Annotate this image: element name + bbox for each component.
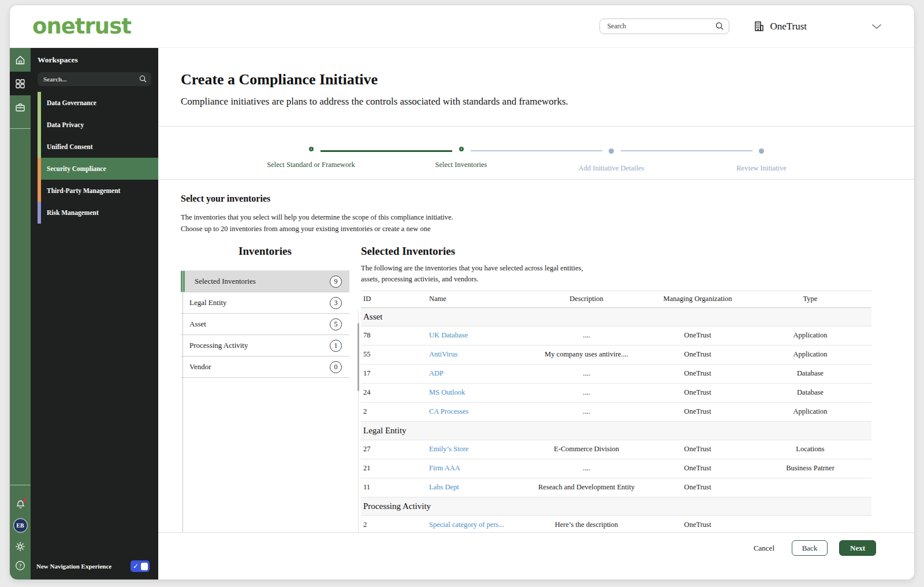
rail-bottom: EB ? bbox=[10, 485, 31, 580]
column-header-type: Type bbox=[770, 295, 871, 303]
search-icon bbox=[139, 75, 147, 83]
rail-divider bbox=[10, 485, 31, 485]
search-icon bbox=[715, 21, 724, 31]
workspaces-search-input[interactable] bbox=[38, 72, 151, 86]
workspace-item-data-governance[interactable]: Data Governance bbox=[41, 92, 158, 114]
table-group-label: Processing Activity bbox=[363, 501, 431, 511]
count-badge: 1 bbox=[330, 340, 342, 352]
onetrust-logo[interactable]: onetrust bbox=[32, 16, 131, 37]
list-scrollbar-track[interactable] bbox=[182, 271, 183, 532]
cell-id: 2 bbox=[361, 407, 429, 416]
new-navigation-label: New Navigation Experience bbox=[36, 563, 111, 570]
workspace-color-strip bbox=[38, 114, 41, 136]
page-subtitle: Compliance initiatives are plans to addr… bbox=[181, 96, 914, 107]
count-badge: 5 bbox=[330, 318, 342, 330]
stepper: Select Standard or Framework Select Inve… bbox=[158, 127, 914, 180]
content-area: Select your inventories The inventories … bbox=[158, 180, 914, 532]
stepper-step-label: Review Initiative bbox=[736, 164, 786, 173]
next-button[interactable]: Next bbox=[839, 540, 876, 556]
toggle-knob bbox=[141, 563, 148, 570]
inventory-category-vendor[interactable]: Vendor 0 bbox=[181, 356, 349, 378]
cell-name-link[interactable]: AntiVirus bbox=[429, 350, 536, 359]
apps-button[interactable] bbox=[10, 72, 31, 95]
briefcase-button[interactable] bbox=[10, 95, 31, 119]
global-search-input[interactable] bbox=[599, 18, 729, 34]
back-button[interactable]: Back bbox=[792, 540, 828, 556]
main-content: Create a Compliance Initiative Complianc… bbox=[158, 48, 914, 580]
workspaces-panel: Workspaces Data Governance Data Privacy … bbox=[31, 48, 158, 580]
cell-description: .... bbox=[536, 407, 637, 416]
inventory-category-processing-activity[interactable]: Processing Activity 1 bbox=[181, 335, 349, 356]
cell-name-link[interactable]: Labs Dept bbox=[429, 483, 536, 492]
workspace-item-label: Unified Consent bbox=[41, 143, 93, 150]
chevron-down-icon[interactable] bbox=[871, 24, 882, 29]
table-group-header-legal-entity: Legal Entity bbox=[361, 422, 871, 440]
workspace-item-label: Data Privacy bbox=[41, 121, 84, 128]
global-search bbox=[599, 18, 729, 34]
selected-inventories-table: ID Name Description Managing Organizatio… bbox=[361, 291, 871, 532]
stepper-connector bbox=[621, 150, 752, 151]
section-description: The inventories that you select will hel… bbox=[181, 211, 871, 235]
stepper-step-label: Select Standard or Framework bbox=[267, 161, 355, 169]
top-bar: onetrust OneTrust bbox=[10, 5, 914, 48]
inventory-category-selected-inventories[interactable]: Selected Inventories 9 bbox=[181, 271, 349, 292]
cell-description: My company uses antivire.... bbox=[536, 350, 637, 359]
table-row: 11 Labs Dept Reseach and Development Ent… bbox=[361, 478, 871, 497]
workspace-color-strip bbox=[38, 180, 41, 202]
tenant-selector[interactable]: OneTrust bbox=[754, 21, 807, 32]
column-header-managing-organization: Managing Organization bbox=[637, 295, 770, 303]
icon-rail: EB ? bbox=[10, 48, 31, 580]
count-badge: 3 bbox=[330, 297, 342, 309]
home-button[interactable] bbox=[10, 48, 31, 72]
table-group-header-processing-activity: Processing Activity bbox=[361, 497, 871, 516]
workspace-color-strip bbox=[38, 92, 41, 114]
avatar[interactable]: EB bbox=[13, 518, 28, 533]
cell-managing-organization: OneTrust bbox=[637, 464, 770, 473]
cell-name-link[interactable]: Emily’s Store bbox=[429, 445, 536, 454]
table-scrollbar-thumb[interactable] bbox=[357, 323, 359, 391]
table-row: 2 Special category of pers... Here’s the… bbox=[361, 516, 871, 532]
count-badge: 9 bbox=[330, 276, 342, 288]
table-header-row: ID Name Description Managing Organizatio… bbox=[361, 291, 871, 308]
workspace-item-label: Third-Party Management bbox=[41, 187, 120, 194]
table-row: 24 MS Outlook .... OneTrust Database bbox=[361, 384, 871, 403]
cell-name-link[interactable]: MS Outlook bbox=[429, 388, 536, 397]
stepper-dot bbox=[309, 147, 314, 151]
cell-managing-organization: OneTrust bbox=[637, 445, 770, 454]
cell-type: Database bbox=[770, 388, 871, 397]
stepper-step-add-initiative-detailes[interactable]: Add Initiative Detailes bbox=[536, 147, 687, 179]
cell-type: Business Patrner bbox=[770, 464, 871, 473]
help-button[interactable]: ? bbox=[15, 560, 25, 571]
inventory-category-asset[interactable]: Asset 5 bbox=[181, 314, 349, 335]
table-row: 21 Firm AAA .... OneTrust Business Patrn… bbox=[361, 459, 871, 478]
selected-inventories-panel: Selected Inventories The following are t… bbox=[361, 245, 871, 532]
notifications-button[interactable] bbox=[16, 500, 25, 510]
workspace-item-data-privacy[interactable]: Data Privacy bbox=[41, 114, 158, 136]
workspace-item-third-party-management[interactable]: Third-Party Management bbox=[41, 180, 158, 202]
cell-name-link[interactable]: Special category of pers... bbox=[429, 521, 536, 529]
cancel-button[interactable]: Cancel bbox=[754, 540, 774, 556]
settings-button[interactable] bbox=[15, 541, 25, 552]
stepper-step-review-initiative[interactable]: Review Initiative bbox=[687, 147, 837, 179]
cell-name-link[interactable]: Firm AAA bbox=[429, 464, 536, 473]
stepper-connector bbox=[321, 150, 452, 152]
cell-name-link[interactable]: CA Processes bbox=[429, 407, 536, 416]
cell-name-link[interactable]: UK Database bbox=[429, 331, 536, 340]
workspace-item-security-compliance[interactable]: Security Compliance bbox=[41, 158, 158, 180]
workspace-item-unified-consent[interactable]: Unified Consent bbox=[41, 136, 158, 158]
cell-managing-organization: OneTrust bbox=[637, 521, 770, 529]
workspaces-title: Workspaces bbox=[31, 48, 158, 65]
count-badge: 0 bbox=[330, 361, 342, 373]
inventory-category-legal-entity[interactable]: Legal Entity 3 bbox=[181, 292, 349, 314]
new-nav-toggle[interactable]: ✓ bbox=[131, 560, 150, 572]
cell-managing-organization: OneTrust bbox=[637, 350, 770, 359]
table-row: 17 ADP .... OneTrust Database bbox=[361, 365, 871, 384]
inventory-category-label: Selected Inventories bbox=[195, 277, 256, 286]
cell-description: E-Commerce Division bbox=[536, 445, 637, 454]
cell-name-link[interactable]: ADP bbox=[429, 369, 536, 378]
stepper-step-select-inventories[interactable]: Select Inventories bbox=[386, 147, 536, 179]
table-group-label: Legal Entity bbox=[363, 426, 407, 436]
workspace-item-label: Data Governance bbox=[41, 99, 96, 106]
building-icon bbox=[754, 21, 765, 32]
workspace-item-risk-management[interactable]: Risk Management bbox=[41, 202, 158, 224]
